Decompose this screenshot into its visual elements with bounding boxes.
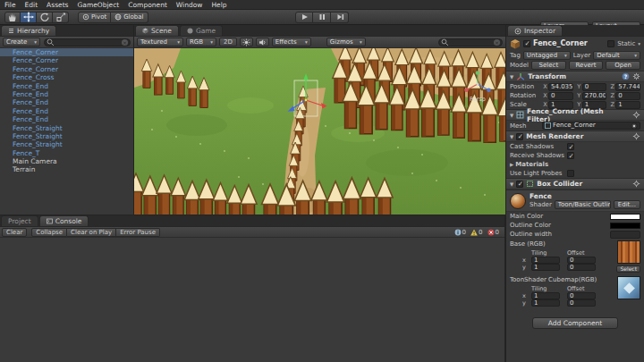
hierarchy-item[interactable]: Fence_T — [0, 149, 133, 157]
pivot-toggle-button[interactable]: Pivot — [78, 12, 111, 23]
hierarchy-item[interactable]: Fence_Cross — [0, 73, 133, 81]
foldout-icon[interactable]: ▼ — [510, 113, 513, 118]
clear-search-icon[interactable]: × — [494, 39, 500, 46]
object-name[interactable]: Fence_Corner — [533, 39, 588, 47]
base-tiling-y-field[interactable]: 1 — [531, 264, 560, 271]
rotation-z-field[interactable]: 0 — [615, 92, 640, 100]
cubemap-thumbnail[interactable] — [617, 276, 640, 299]
warning-count[interactable]: 0 — [470, 229, 482, 236]
chevron-down-icon[interactable]: ▾ — [638, 41, 640, 46]
hierarchy-search-input[interactable]: × — [44, 38, 131, 46]
help-icon[interactable]: ? — [622, 72, 630, 80]
tab-scene[interactable]: Scene — [135, 25, 179, 36]
tab-hierarchy[interactable]: Hierarchy — [1, 25, 56, 36]
clear-button[interactable]: Clear — [2, 228, 27, 237]
create-dropdown[interactable]: Create ▾ — [3, 38, 40, 46]
hierarchy-item[interactable]: Main Camera — [0, 157, 133, 165]
menu-file[interactable]: File — [0, 1, 21, 9]
cube-offset-x-field[interactable]: 0 — [567, 292, 596, 299]
tab-game[interactable]: Game — [180, 25, 223, 36]
tag-dropdown[interactable]: Untagged▾ — [523, 51, 571, 60]
hierarchy-item[interactable]: Terrain — [0, 165, 133, 173]
open-button[interactable]: Open — [606, 61, 640, 70]
tab-console[interactable]: Console — [39, 215, 89, 226]
layer-dropdown[interactable]: Default▾ — [593, 51, 640, 60]
box-collider-header[interactable]: ▼ Box Collider — [506, 178, 644, 189]
hierarchy-item[interactable]: Fence_Straight — [0, 140, 133, 148]
scene-lighting-button[interactable] — [240, 38, 253, 46]
material-header[interactable]: Fence Shader Toon/Basic Outline▾ Edit... — [506, 189, 644, 212]
hierarchy-item[interactable]: Fence_End — [0, 82, 133, 90]
scene-viewport[interactable]: Persp — [134, 48, 505, 215]
clear-search-icon[interactable]: × — [122, 39, 128, 46]
gear-icon[interactable] — [632, 180, 640, 188]
tab-inspector[interactable]: Inspector — [507, 25, 563, 36]
hand-tool-button[interactable] — [4, 12, 21, 23]
base-offset-y-field[interactable]: 0 — [567, 264, 596, 271]
revert-button[interactable]: Revert — [569, 61, 604, 70]
hierarchy-item[interactable]: Fence_Straight — [0, 124, 133, 132]
add-component-button[interactable]: Add Component — [532, 317, 618, 329]
mesh-filter-header[interactable]: ▼ Fence_Corner (Mesh Filter) — [506, 109, 644, 121]
hierarchy-item[interactable]: Fence_End — [0, 90, 133, 98]
error-count[interactable]: 0 — [487, 229, 499, 236]
menu-assets[interactable]: Assets — [42, 1, 72, 9]
object-picker-icon[interactable] — [631, 122, 638, 130]
transform-header[interactable]: ▼ Transform ? — [506, 71, 644, 82]
menu-edit[interactable]: Edit — [21, 1, 43, 9]
position-x-field[interactable]: 54.035 — [548, 83, 573, 91]
base-offset-x-field[interactable]: 0 — [567, 257, 596, 264]
scale-tool-button[interactable] — [53, 12, 69, 23]
scene-search-input[interactable]: × — [438, 38, 503, 46]
move-tool-button[interactable] — [21, 12, 37, 23]
menu-component[interactable]: Component — [123, 1, 172, 9]
global-toggle-button[interactable]: Global — [111, 12, 148, 23]
mesh-object-field[interactable]: Fence_Corner — [542, 122, 640, 130]
effects-dropdown[interactable]: Effects▾ — [272, 38, 311, 46]
position-z-field[interactable]: 57.744 — [615, 83, 640, 91]
render-mode-dropdown[interactable]: RGB▾ — [186, 38, 216, 46]
persp-label[interactable]: Persp — [470, 96, 486, 103]
shader-dropdown[interactable]: Toon/Basic Outline▾ — [555, 200, 611, 209]
foldout-icon[interactable]: ▼ — [510, 134, 513, 139]
info-count[interactable]: 0 — [454, 229, 466, 236]
foldout-icon[interactable]: ▼ — [510, 74, 513, 80]
outline-width-field[interactable] — [610, 231, 640, 239]
pause-button[interactable] — [313, 12, 331, 23]
select-button[interactable]: Select — [531, 61, 566, 70]
mesh-renderer-enabled-checkbox[interactable] — [516, 133, 523, 140]
gear-icon[interactable] — [632, 111, 640, 119]
menu-window[interactable]: Window — [172, 1, 208, 9]
hierarchy-item[interactable]: Fence_Straight — [0, 132, 133, 140]
hierarchy-item[interactable]: Fence_Corner — [0, 56, 133, 64]
shading-mode-dropdown[interactable]: Textured▾ — [137, 38, 183, 46]
hierarchy-item[interactable]: Fence_End — [0, 107, 133, 115]
cube-offset-y-field[interactable]: 0 — [567, 299, 596, 307]
gizmos-dropdown[interactable]: Gizmos▾ — [326, 38, 366, 46]
edit-shader-button[interactable]: Edit... — [614, 200, 640, 209]
hierarchy-item[interactable]: Fence_Corner — [0, 48, 133, 56]
scene-audio-button[interactable] — [256, 38, 269, 46]
clear-on-play-button[interactable]: Clear on Play — [67, 228, 116, 237]
receive-shadows-checkbox[interactable] — [567, 152, 574, 159]
rotate-tool-button[interactable] — [37, 12, 53, 23]
mesh-renderer-header[interactable]: ▼ Mesh Renderer — [506, 130, 644, 142]
hierarchy-item[interactable]: Fence_Corner — [0, 65, 133, 73]
step-button[interactable] — [331, 12, 349, 23]
cube-tiling-x-field[interactable]: 1 — [531, 292, 560, 299]
menu-help[interactable]: Help — [207, 1, 231, 9]
rotation-y-field[interactable]: 270.00 — [582, 92, 607, 100]
menu-gameobject[interactable]: GameObject — [73, 1, 124, 9]
box-collider-enabled-checkbox[interactable] — [516, 181, 523, 188]
hierarchy-item[interactable]: Fence_End — [0, 98, 133, 106]
foldout-icon[interactable]: ▶ — [510, 162, 513, 167]
base-tiling-x-field[interactable]: 1 — [531, 257, 560, 264]
main-color-swatch[interactable] — [610, 214, 640, 220]
cast-shadows-checkbox[interactable] — [567, 143, 574, 150]
error-pause-button[interactable]: Error Pause — [116, 228, 160, 237]
collapse-button[interactable]: Collapse — [31, 228, 67, 237]
position-y-field[interactable]: 0 — [582, 83, 607, 91]
base-texture-thumbnail[interactable] — [617, 240, 640, 264]
gear-icon[interactable] — [632, 72, 640, 80]
play-button[interactable] — [295, 12, 313, 23]
